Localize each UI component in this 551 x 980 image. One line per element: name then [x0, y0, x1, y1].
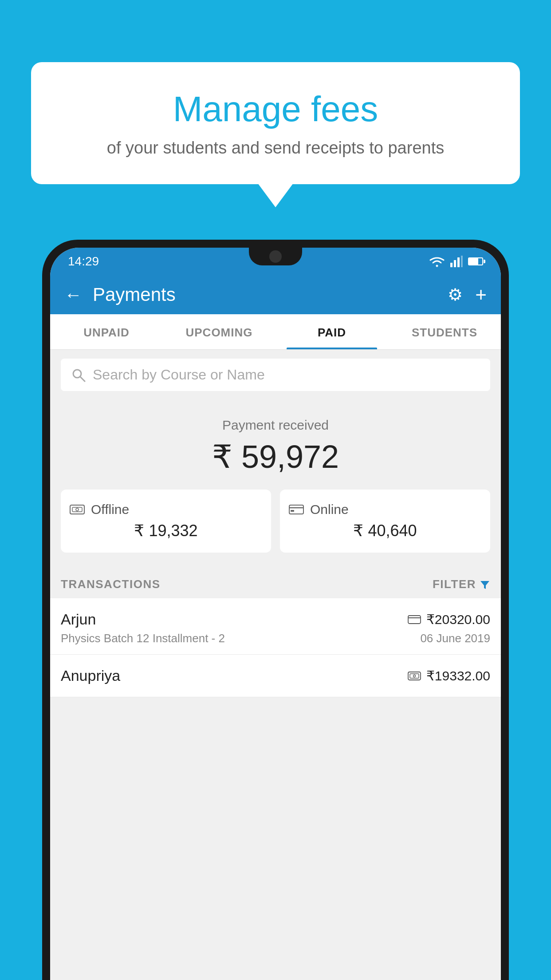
online-card: Online ₹ 40,640 — [280, 490, 490, 553]
phone-wrapper: 14:29 — [42, 240, 509, 980]
phone-screen: 14:29 — [50, 248, 501, 980]
online-amount: ₹ 40,640 — [289, 522, 481, 540]
add-button[interactable]: + — [475, 284, 487, 306]
transaction-amount-wrap-1: ₹20320.00 — [408, 612, 490, 627]
svg-rect-13 — [408, 616, 421, 624]
svg-rect-16 — [410, 674, 419, 678]
bubble-title: Manage fees — [67, 89, 484, 130]
svg-rect-1 — [454, 260, 456, 267]
phone-outer: 14:29 — [42, 240, 509, 980]
transaction-bottom-1: Physics Batch 12 Installment - 2 06 June… — [61, 632, 490, 645]
status-time: 14:29 — [68, 254, 99, 269]
svg-point-8 — [76, 508, 79, 511]
credit-card-icon — [289, 504, 304, 515]
transaction-amount-wrap-2: ₹19332.00 — [408, 668, 490, 684]
search-placeholder: Search by Course or Name — [93, 367, 265, 383]
tab-students[interactable]: STUDENTS — [388, 314, 501, 349]
tabs-bar: UNPAID UPCOMING PAID STUDENTS — [50, 314, 501, 350]
filter-button[interactable]: FILTER — [433, 577, 490, 591]
svg-rect-0 — [450, 263, 453, 267]
offline-card-header: Offline — [70, 502, 262, 517]
wifi-icon — [429, 256, 445, 267]
transaction-amount-2: ₹19332.00 — [426, 668, 490, 684]
transaction-row-2[interactable]: Anupriya ₹19332.00 — [50, 655, 501, 697]
status-icons — [429, 256, 483, 267]
online-card-header: Online — [289, 502, 481, 517]
cash-icon — [70, 503, 85, 516]
payment-total-amount: ₹ 59,972 — [61, 438, 490, 475]
app-header: ← Payments ⚙ + — [50, 275, 501, 314]
phone-camera — [269, 250, 282, 263]
settings-icon[interactable]: ⚙ — [448, 285, 463, 304]
offline-card: Offline ₹ 19,332 — [61, 490, 271, 553]
tab-paid[interactable]: PAID — [276, 314, 388, 349]
svg-line-5 — [80, 377, 85, 381]
filter-label: FILTER — [433, 577, 476, 591]
svg-rect-3 — [461, 256, 463, 267]
tab-unpaid[interactable]: UNPAID — [50, 314, 163, 349]
payment-cards: Offline ₹ 19,332 On — [61, 490, 490, 553]
transactions-header: TRANSACTIONS FILTER — [50, 567, 501, 598]
speech-bubble-container: Manage fees of your students and send re… — [31, 62, 520, 184]
header-title: Payments — [93, 284, 448, 305]
online-label: Online — [310, 502, 349, 517]
transaction-top-2: Anupriya ₹19332.00 — [61, 667, 490, 684]
transaction-row[interactable]: Arjun ₹20320.00 Physics Batch 12 Install… — [50, 598, 501, 655]
offline-label: Offline — [91, 502, 129, 517]
transaction-course-1: Physics Batch 12 Installment - 2 — [61, 632, 225, 645]
payment-summary: Payment received ₹ 59,972 Offline — [50, 400, 501, 567]
svg-point-17 — [413, 675, 415, 677]
signal-icon — [450, 256, 463, 267]
cash-method-icon-2 — [408, 671, 421, 681]
svg-rect-11 — [291, 510, 294, 512]
transaction-name-1: Arjun — [61, 611, 96, 628]
search-container: Search by Course or Name — [50, 350, 501, 400]
bubble-subtitle: of your students and send receipts to pa… — [67, 138, 484, 158]
speech-bubble: Manage fees of your students and send re… — [31, 62, 520, 184]
back-button[interactable]: ← — [64, 285, 82, 305]
battery-icon — [468, 257, 483, 265]
offline-amount: ₹ 19,332 — [70, 522, 262, 540]
svg-rect-9 — [289, 505, 303, 514]
transaction-amount-1: ₹20320.00 — [426, 612, 490, 627]
search-bar[interactable]: Search by Course or Name — [61, 359, 490, 391]
filter-icon — [480, 579, 490, 590]
transaction-name-2: Anupriya — [61, 667, 120, 684]
payment-received-label: Payment received — [61, 418, 490, 433]
search-icon — [71, 368, 86, 382]
transaction-date-1: 06 June 2019 — [420, 632, 490, 645]
transactions-list: Arjun ₹20320.00 Physics Batch 12 Install… — [50, 598, 501, 697]
tab-upcoming[interactable]: UPCOMING — [163, 314, 276, 349]
phone-notch — [249, 248, 302, 265]
transaction-top-1: Arjun ₹20320.00 — [61, 611, 490, 628]
svg-marker-12 — [480, 581, 489, 589]
card-method-icon-1 — [408, 615, 421, 624]
svg-rect-2 — [457, 257, 460, 267]
transactions-label: TRANSACTIONS — [61, 577, 161, 591]
